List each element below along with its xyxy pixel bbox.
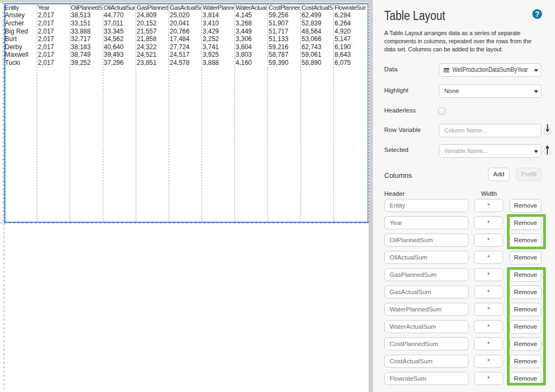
svg-text:?: ? — [535, 9, 540, 18]
